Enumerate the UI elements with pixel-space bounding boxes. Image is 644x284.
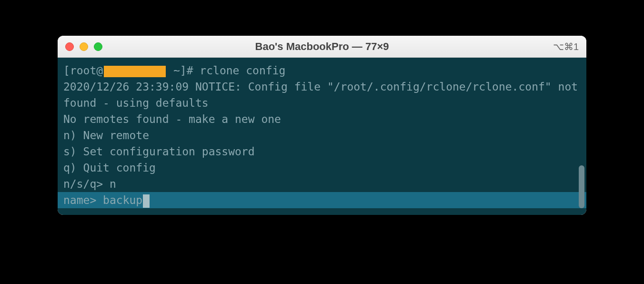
window-title: Bao's MacbookPro — 77×9 bbox=[255, 41, 389, 53]
active-input-line[interactable]: name> backup bbox=[58, 192, 586, 208]
prompt-prefix: [root@ bbox=[63, 64, 103, 77]
output-line: s) Set configuration password bbox=[58, 143, 586, 160]
window-shortcut: ⌥⌘1 bbox=[553, 41, 579, 52]
redacted-hostname bbox=[104, 66, 166, 77]
output-line: 2020/12/26 23:39:09 NOTICE: Config file … bbox=[58, 79, 586, 111]
command-text: rclone config bbox=[200, 64, 285, 77]
active-prompt: name> bbox=[63, 194, 103, 206]
terminal-body[interactable]: [root@ ~]# rclone config 2020/12/26 23:3… bbox=[58, 58, 586, 215]
scrollbar-thumb[interactable] bbox=[579, 165, 584, 208]
output-line: No remotes found - make a new one bbox=[58, 111, 586, 127]
output-line: q) Quit config bbox=[58, 160, 586, 176]
output-line: n/s/q> n bbox=[58, 176, 586, 192]
output-line: n) New remote bbox=[58, 127, 586, 143]
terminal-window: Bao's MacbookPro — 77×9 ⌥⌘1 [root@ ~]# r… bbox=[58, 36, 586, 215]
prompt-line: [root@ ~]# rclone config bbox=[58, 62, 586, 79]
close-button[interactable] bbox=[65, 42, 74, 51]
traffic-lights bbox=[65, 42, 102, 51]
maximize-button[interactable] bbox=[94, 42, 102, 51]
active-input-text: backup bbox=[103, 194, 142, 206]
prompt-suffix: ~]# bbox=[167, 64, 200, 77]
minimize-button[interactable] bbox=[80, 42, 88, 51]
titlebar: Bao's MacbookPro — 77×9 ⌥⌘1 bbox=[58, 36, 586, 58]
cursor bbox=[143, 194, 150, 208]
